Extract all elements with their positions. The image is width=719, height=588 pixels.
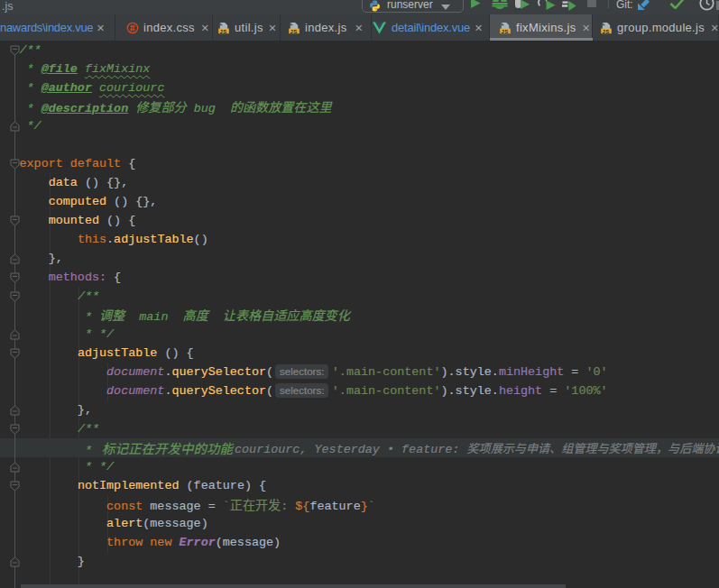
svg-text:JS: JS: [603, 28, 610, 33]
svg-text:JS: JS: [290, 28, 298, 33]
svg-text:JS: JS: [220, 28, 227, 33]
svg-text:JS: JS: [502, 28, 509, 33]
